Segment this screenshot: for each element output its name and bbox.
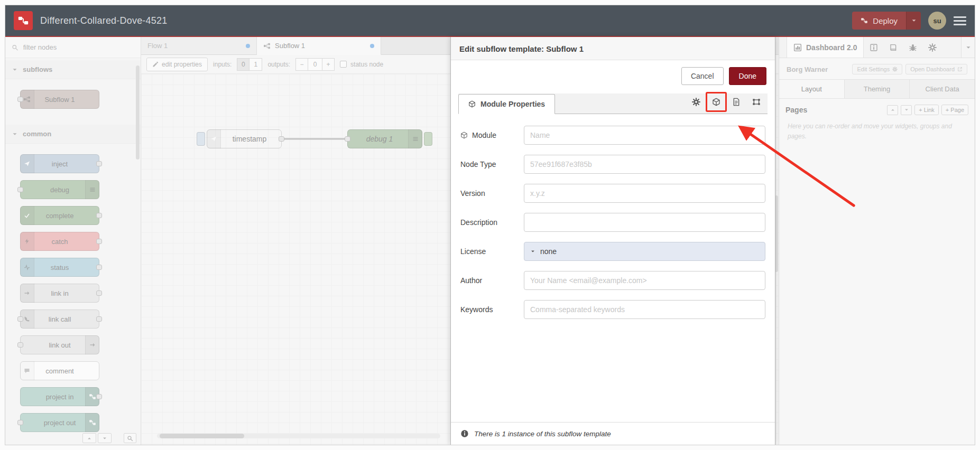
edit-settings-button[interactable]: Edit Settings [852, 64, 902, 74]
status-icon [20, 258, 34, 277]
scroll-down-button[interactable] [98, 433, 112, 443]
output-port[interactable] [96, 213, 102, 218]
deploy-button[interactable]: Deploy [852, 12, 906, 30]
sidebar-options-button[interactable] [961, 37, 975, 58]
input-port[interactable] [17, 420, 23, 425]
dialog-title: Edit subflow template: Subflow 1 [451, 37, 775, 60]
keywords-field-label: Keywords [460, 305, 524, 314]
palette-section-common[interactable]: common [5, 125, 141, 144]
input-port[interactable] [17, 187, 23, 192]
inputs-0-button[interactable]: 0 [237, 58, 249, 71]
edit-properties-button[interactable]: edit properties [146, 58, 208, 71]
output-port[interactable] [96, 316, 102, 322]
page-move-up-button[interactable] [887, 105, 898, 115]
outputs-stepper: − 0 + [295, 58, 335, 71]
version-input[interactable] [524, 184, 765, 203]
canvas-search-button[interactable] [124, 433, 136, 443]
tab-layout[interactable]: Layout [779, 80, 845, 98]
main-menu-button[interactable] [954, 14, 966, 27]
palette-node-link-in[interactable]: link in [20, 284, 99, 303]
node-debug-1[interactable]: debug 1 [347, 129, 422, 148]
palette-node-link-out[interactable]: link out [20, 335, 99, 354]
palette-node-status[interactable]: status [20, 258, 99, 277]
palette-search-input[interactable] [23, 43, 134, 51]
appearance-tab-button[interactable] [748, 95, 764, 109]
add-link-button[interactable]: + Link [914, 105, 939, 115]
user-avatar[interactable]: su [928, 12, 946, 30]
palette-node-comment[interactable]: comment [20, 361, 99, 380]
palette-node-catch[interactable]: catch [20, 232, 99, 251]
sidebar-tab-debug[interactable] [903, 37, 922, 58]
node-type-input[interactable] [524, 155, 765, 174]
page-move-down-button[interactable] [901, 105, 912, 115]
module-input[interactable] [524, 126, 765, 145]
palette-node-inject[interactable]: inject [20, 154, 99, 173]
pages-toolbar: Pages + Link + Page [779, 99, 975, 118]
debug-icon [408, 129, 422, 148]
palette-node-project-in[interactable]: project in [20, 387, 99, 406]
deploy-icon [861, 17, 868, 24]
output-port[interactable] [96, 394, 102, 399]
scroll-up-button[interactable] [82, 433, 96, 443]
inputs-1-button[interactable]: 1 [249, 58, 262, 71]
modified-indicator-dot [370, 44, 374, 48]
done-button[interactable]: Done [729, 67, 766, 85]
inputs-toggle-group: 0 1 [237, 58, 262, 71]
tab-client-data[interactable]: Client Data [910, 80, 975, 98]
output-port[interactable] [96, 290, 102, 296]
outputs-decrement-button[interactable]: − [295, 58, 308, 71]
node-timestamp[interactable]: timestamp [207, 129, 282, 148]
tab-subflow-1[interactable]: Subflow 1 [257, 37, 381, 55]
sidebar-tab-dashboard[interactable]: Dashboard 2.0 [787, 37, 864, 58]
palette-node-project-out[interactable]: project out [20, 413, 99, 432]
properties-tab-button[interactable] [688, 95, 704, 109]
palette-section-subflows[interactable]: subflows [5, 60, 141, 79]
appearance-icon [752, 98, 761, 106]
caret-down-icon [530, 249, 535, 254]
license-select[interactable]: none [524, 242, 765, 261]
chevron-up-icon [890, 107, 895, 112]
description-field-label: Description [460, 218, 524, 227]
output-port[interactable] [96, 239, 102, 244]
scrollbar-thumb[interactable] [160, 434, 244, 438]
palette-node-link-call[interactable]: link call [20, 310, 99, 329]
tab-flow-1[interactable]: Flow 1 [141, 37, 257, 54]
deploy-split-button: Deploy [852, 12, 921, 30]
sidebar-tab-help[interactable] [883, 37, 903, 58]
output-port[interactable] [96, 265, 102, 270]
input-port[interactable] [17, 97, 23, 102]
tab-theming[interactable]: Theming [845, 80, 910, 98]
modified-indicator-dot [246, 44, 250, 48]
sidebar-tab-config[interactable] [922, 37, 942, 58]
input-port[interactable] [345, 136, 350, 142]
cancel-button[interactable]: Cancel [681, 67, 724, 85]
output-port[interactable] [279, 136, 284, 142]
tab-module-properties[interactable]: Module Properties [458, 94, 555, 114]
deploy-options-button[interactable] [906, 12, 921, 30]
link-in-icon [20, 284, 34, 303]
author-input[interactable] [524, 271, 765, 290]
palette-node-complete[interactable]: complete [20, 206, 99, 225]
description-input[interactable] [524, 213, 765, 232]
input-port[interactable] [17, 342, 23, 348]
description-tab-button[interactable] [728, 95, 744, 109]
open-dashboard-button[interactable]: Open Dashboard [905, 64, 967, 74]
palette-node-subflow-1[interactable]: Subflow 1 [20, 90, 99, 109]
bar-chart-icon [793, 43, 802, 52]
palette-scrollbar-thumb[interactable] [136, 65, 140, 160]
debug-toggle-button[interactable] [424, 132, 432, 146]
keywords-input[interactable] [524, 300, 765, 319]
inject-icon [20, 154, 34, 173]
cube-icon [468, 100, 476, 108]
sidebar-tab-info[interactable] [864, 37, 883, 58]
module-properties-tab-button[interactable] [708, 95, 724, 109]
input-port[interactable] [17, 316, 23, 322]
outputs-increment-button[interactable]: + [322, 58, 335, 71]
inject-trigger-button[interactable] [197, 132, 205, 146]
add-page-button[interactable]: + Page [941, 105, 968, 115]
subflow-icon [263, 42, 271, 50]
palette-node-debug[interactable]: debug [20, 180, 99, 199]
status-node-checkbox[interactable] [340, 61, 347, 68]
output-port[interactable] [96, 161, 102, 166]
search-icon [12, 44, 19, 51]
